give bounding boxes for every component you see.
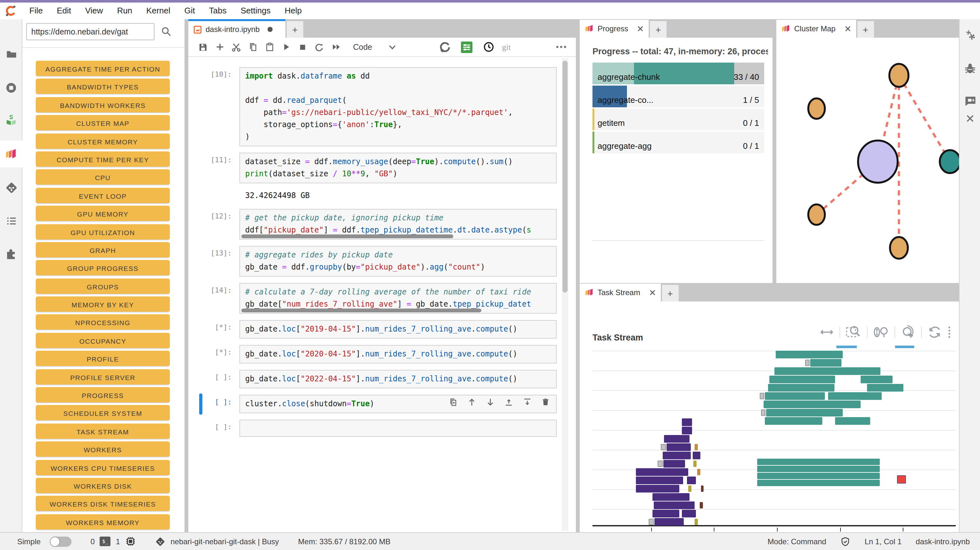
run-icon[interactable] — [278, 40, 294, 54]
stop-icon[interactable] — [294, 40, 311, 54]
dask-btn-graph[interactable]: GRAPH — [36, 242, 170, 257]
dask-icon[interactable] — [0, 140, 22, 167]
menu-tabs[interactable]: Tabs — [202, 3, 234, 19]
tab-cluster-map[interactable]: Cluster Map — [776, 20, 856, 38]
dask-btn-scheduler-system[interactable]: SCHEDULER SYSTEM — [36, 405, 170, 421]
hover-tool-icon[interactable] — [873, 326, 889, 338]
close-icon[interactable] — [844, 26, 851, 32]
dask-btn-task-stream[interactable]: TASK STREAM — [36, 424, 170, 439]
kernel-status-text[interactable]: nebari-git-nebari-git-dask | Busy — [170, 537, 279, 546]
delete-icon[interactable] — [541, 397, 550, 407]
unsaved-dot-icon[interactable] — [267, 27, 272, 32]
cell-source[interactable]: gb_date.loc["2019-04-15"].num_rides_7_ro… — [245, 323, 551, 335]
code-cell[interactable]: [13]:# aggregate rides by pickup date gb… — [204, 246, 557, 277]
copy-icon[interactable] — [245, 40, 261, 54]
cell-source[interactable]: gb_date.loc["2022-04-15"].num_rides_7_ro… — [245, 373, 551, 385]
code-cell[interactable]: [ ]:gb_date.loc["2022-04-15"].num_rides_… — [204, 370, 557, 388]
cell-source[interactable]: # aggregate rides by pickup date gb_date… — [245, 249, 551, 273]
dask-btn-profile-server[interactable]: PROFILE SERVER — [36, 369, 170, 384]
dask-btn-aggregate-time-per-action[interactable]: AGGREGATE TIME PER ACTION — [36, 61, 170, 76]
cell-source[interactable]: dataset_size = ddf.memory_usage(deep=Tru… — [245, 156, 551, 180]
dask-btn-group-progress[interactable]: GROUP PROGRESS — [36, 260, 170, 276]
cell-editor[interactable]: gb_date.loc["2020-04-15"].num_rides_7_ro… — [239, 345, 557, 363]
cluster-node-worker-left-mid[interactable] — [808, 204, 825, 225]
code-cell[interactable]: [14]:# calculate a 7-day rolling average… — [204, 283, 557, 314]
kernel-swoosh-icon[interactable] — [437, 40, 453, 54]
cell-editor[interactable]: dataset_size = ddf.memory_usage(deep=Tru… — [239, 153, 557, 183]
dask-btn-workers-cpu-timeseries[interactable]: WORKERS CPU TIMESERIES — [36, 460, 170, 475]
dask-btn-workers-memory[interactable]: WORKERS MEMORY — [36, 514, 170, 529]
dask-btn-event-loop[interactable]: EVENT LOOP — [36, 188, 170, 203]
cell-editor[interactable]: # get the pickup date, ignoring pickup t… — [239, 209, 557, 239]
dashboard-url-input[interactable] — [26, 23, 154, 40]
dask-btn-compute-time-per-key[interactable]: COMPUTE TIME PER KEY — [36, 151, 170, 167]
ellipsis-icon[interactable] — [553, 40, 570, 54]
cell-editor[interactable]: import dask.dataframe as dd ddf = dd.rea… — [239, 67, 557, 146]
sliders-icon[interactable] — [459, 40, 475, 54]
file-browser-icon[interactable] — [0, 41, 22, 68]
cell-editor[interactable]: cluster.close(shutdown=True) — [239, 395, 557, 413]
search-icon[interactable] — [161, 26, 172, 37]
git-branch-icon[interactable] — [155, 536, 165, 547]
insert-above-icon[interactable] — [504, 397, 513, 407]
cell-source[interactable]: import dask.dataframe as dd ddf = dd.rea… — [245, 70, 551, 143]
cell-editor[interactable]: gb_date.loc["2019-04-15"].num_rides_7_ro… — [239, 320, 557, 338]
property-inspector-icon[interactable] — [959, 24, 980, 46]
reset-icon[interactable] — [928, 326, 942, 338]
simple-mode-toggle[interactable] — [49, 536, 71, 547]
command-mode-text[interactable]: Mode: Command — [767, 537, 826, 546]
tab-progress[interactable]: Progress — [580, 20, 649, 38]
cursor-position-text[interactable]: Ln 1, Col 1 — [864, 537, 902, 546]
new-tab-button[interactable]: + — [857, 21, 874, 38]
snippets-icon[interactable]: S — [0, 107, 22, 134]
code-cell[interactable]: [10]:import dask.dataframe as dd ddf = d… — [204, 67, 557, 146]
run-all-icon[interactable] — [328, 40, 344, 54]
add-cell-icon[interactable] — [211, 40, 228, 54]
cell-editor[interactable]: # calculate a 7-day rolling average of t… — [239, 283, 557, 314]
cut-icon[interactable] — [228, 40, 245, 54]
code-cell[interactable]: [11]:dataset_size = ddf.memory_usage(dee… — [204, 153, 557, 183]
new-tab-button[interactable]: + — [662, 285, 678, 301]
table-of-contents-icon[interactable] — [0, 207, 22, 234]
cluster-node-worker-bottom[interactable] — [890, 237, 908, 259]
active-file-text[interactable]: dask-intro.ipynb — [916, 537, 970, 546]
cell-hscrollbar-thumb[interactable] — [241, 309, 481, 312]
menu-git[interactable]: Git — [178, 3, 202, 19]
dask-btn-cluster-map[interactable]: CLUSTER MAP — [36, 115, 170, 130]
cell-editor[interactable] — [239, 420, 557, 437]
bokeh-logo-icon[interactable] — [947, 326, 951, 338]
tab-dask-intro[interactable]: dask-intro.ipynb — [188, 19, 285, 38]
git-status-label[interactable]: git — [502, 42, 511, 52]
cell-editor[interactable]: # aggregate rides by pickup date gb_date… — [239, 246, 557, 277]
move-up-icon[interactable] — [467, 397, 476, 407]
wheel-zoom-icon[interactable] — [901, 325, 916, 339]
dask-btn-nprocessing[interactable]: NPROCESSING — [36, 315, 170, 330]
duplicate-icon[interactable] — [449, 397, 458, 407]
cell-hscrollbar-thumb[interactable] — [241, 234, 453, 238]
dask-btn-occupancy[interactable]: OCCUPANCY — [36, 333, 170, 348]
dask-btn-profile[interactable]: PROFILE — [36, 351, 170, 366]
menu-edit[interactable]: Edit — [50, 3, 78, 19]
code-cell[interactable]: [*]:gb_date.loc["2020-04-15"].num_rides_… — [204, 345, 557, 363]
close-icon[interactable] — [959, 107, 980, 129]
dask-btn-progress[interactable]: PROGRESS — [36, 387, 170, 402]
kernel-chip-icon[interactable] — [125, 536, 136, 547]
dask-btn-gpu-utilization[interactable]: GPU UTILIZATION — [36, 224, 170, 239]
dask-btn-memory-by-key[interactable]: MEMORY BY KEY — [36, 297, 170, 312]
terminal-icon[interactable]: $_ — [100, 537, 111, 546]
debugger-bug-icon[interactable] — [959, 57, 980, 79]
close-icon[interactable] — [649, 289, 655, 296]
code-cell[interactable]: [*]:gb_date.loc["2019-04-15"].num_rides_… — [204, 320, 557, 338]
code-cell[interactable]: [12]:# get the pickup date, ignoring pic… — [204, 209, 557, 239]
insert-below-icon[interactable] — [523, 397, 532, 407]
dask-btn-workers[interactable]: WORKERS — [36, 442, 170, 457]
cell-source[interactable]: gb_date.loc["2020-04-15"].num_rides_7_ro… — [245, 348, 551, 360]
cell-editor[interactable]: gb_date.loc["2022-04-15"].num_rides_7_ro… — [239, 370, 557, 388]
notebook-scrollbar[interactable] — [562, 58, 568, 531]
pan-icon[interactable] — [820, 328, 834, 336]
cluster-node-worker-left-upper[interactable] — [808, 98, 825, 119]
dask-btn-cpu[interactable]: CPU — [36, 170, 170, 185]
tab-task-stream[interactable]: Task Stream — [580, 284, 660, 301]
move-down-icon[interactable] — [486, 397, 495, 407]
dask-btn-workers-disk[interactable]: WORKERS DISK — [36, 478, 170, 493]
